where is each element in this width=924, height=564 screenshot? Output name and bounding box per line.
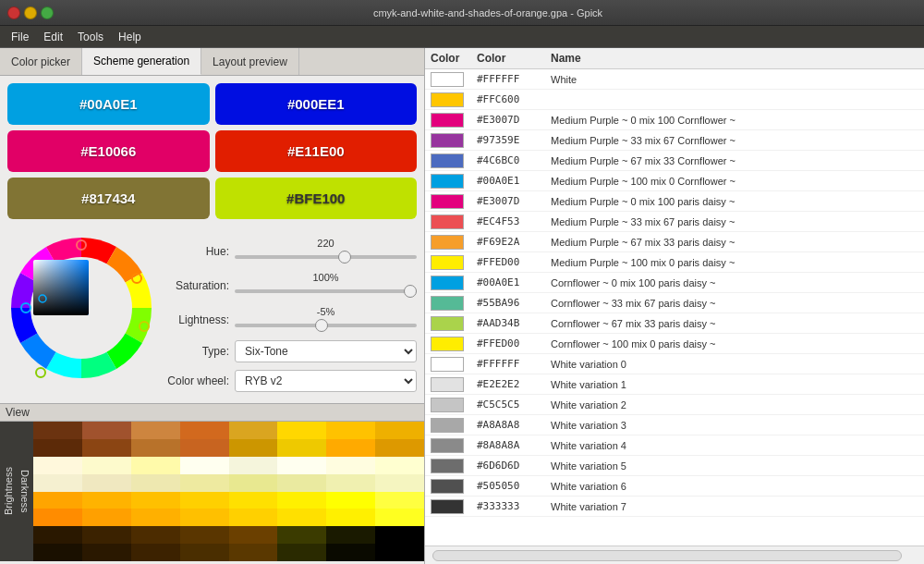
cell-hex: #A8A8A8 [477, 419, 551, 431]
color-controls: Hue: 220 Saturation: 100% Lightn [0, 227, 424, 403]
view-cell [131, 474, 180, 492]
horizontal-scrollbar[interactable] [432, 550, 902, 561]
view-cell [326, 422, 375, 439]
table-row[interactable]: #E3007D Medium Purple ~ 0 mix 100 Cornfl… [425, 110, 924, 130]
cell-hex: #FFFFFF [477, 73, 551, 85]
table-row[interactable]: #00A0E1 Cornflower ~ 0 mix 100 paris dai… [425, 273, 924, 293]
table-row[interactable]: #4C6BC0 Medium Purple ~ 67 mix 33 Cornfl… [425, 151, 924, 171]
tab-color-picker[interactable]: Color picker [0, 48, 82, 75]
maximize-button[interactable] [41, 6, 54, 19]
view-cell [277, 439, 326, 457]
cell-hex: #E3007D [477, 195, 551, 207]
cell-hex: #AAD34B [477, 317, 551, 329]
view-label: View [0, 404, 424, 422]
hue-slider[interactable] [235, 250, 417, 264]
table-row[interactable]: #8A8A8A White variation 4 [425, 435, 924, 456]
color-wheel-select[interactable]: RYB v2 RGB RYB [235, 370, 417, 392]
cell-name: White variation 3 [551, 420, 918, 431]
table-row[interactable]: #EC4F53 Medium Purple ~ 33 mix 67 paris … [425, 212, 924, 232]
menu-edit[interactable]: Edit [36, 29, 70, 45]
cell-hex: #FFED00 [477, 337, 551, 349]
color-swatch-small [431, 357, 464, 372]
cell-hex: #FFC600 [477, 93, 551, 105]
type-label: Type: [164, 345, 229, 358]
table-row[interactable]: #FFED00 Cornflower ~ 100 mix 0 paris dai… [425, 334, 924, 354]
color-swatch-small [431, 235, 464, 250]
swatch-5[interactable]: #817434 [7, 178, 210, 219]
view-cell [326, 509, 375, 526]
cell-color [431, 398, 477, 412]
table-row[interactable]: #AAD34B Cornflower ~ 67 mix 33 paris dai… [425, 313, 924, 334]
cell-color [431, 357, 477, 372]
table-row[interactable]: #FFC600 [425, 90, 924, 110]
cell-color [431, 479, 477, 494]
table-row[interactable]: #C5C5C5 White variation 2 [425, 395, 924, 415]
view-cell [277, 457, 326, 474]
table-row[interactable]: #FFFFFF White variation 0 [425, 354, 924, 374]
view-cell [33, 474, 82, 492]
cell-color [431, 113, 477, 128]
table-row[interactable]: #FFFFFF White [425, 69, 924, 90]
view-cell [82, 474, 131, 492]
tab-layout-preview[interactable]: Layout preview [201, 48, 299, 75]
saturation-slider[interactable] [235, 284, 417, 299]
cell-color [431, 459, 477, 473]
cell-hex: #F69E2A [477, 236, 551, 248]
cell-name: Medium Purple ~ 33 mix 67 paris daisy ~ [551, 216, 918, 227]
menu-file[interactable]: File [4, 29, 36, 45]
view-cell [229, 544, 278, 561]
table-row[interactable]: #E2E2E2 White variation 1 [425, 374, 924, 395]
view-cell [180, 544, 229, 561]
hue-row: Hue: 220 [164, 238, 417, 264]
swatch-4[interactable]: #E11E00 [215, 130, 418, 172]
menu-tools[interactable]: Tools [70, 29, 111, 45]
cell-name: White variation 6 [551, 481, 918, 492]
settings-icon[interactable]: ⚙ [906, 548, 920, 563]
view-cell [33, 492, 82, 509]
lightness-slider[interactable] [235, 318, 417, 333]
table-row[interactable]: #97359E Medium Purple ~ 33 mix 67 Cornfl… [425, 130, 924, 151]
table-row[interactable]: #FFED00 Medium Purple ~ 100 mix 0 paris … [425, 252, 924, 273]
color-swatch-small [431, 255, 464, 270]
cell-hex: #97359E [477, 134, 551, 146]
view-cell [326, 492, 375, 509]
view-cell [375, 492, 424, 509]
right-panel: Color Color Name #FFFFFF White #FFC600 #… [425, 48, 924, 564]
brightness-label: Brightness [0, 422, 17, 561]
window-controls[interactable] [7, 6, 54, 19]
cell-color [431, 92, 477, 107]
cell-color [431, 255, 477, 270]
swatch-2[interactable]: #000EE1 [215, 83, 418, 125]
lightness-row: Lightness: -5% [164, 306, 417, 333]
tab-scheme-generation[interactable]: Scheme generation [82, 48, 201, 75]
cell-name: White variation 0 [551, 359, 918, 370]
view-cell [33, 439, 82, 457]
view-cell [375, 526, 424, 544]
swatch-6[interactable]: #BFE100 [215, 178, 418, 219]
table-row[interactable]: #00A0E1 Medium Purple ~ 100 mix 0 Cornfl… [425, 171, 924, 191]
menu-help[interactable]: Help [111, 29, 149, 45]
view-panel: View Brightness Darkness [0, 403, 424, 564]
view-cell [33, 544, 82, 561]
swatch-3[interactable]: #E10066 [7, 130, 210, 172]
cell-name: White variation 1 [551, 379, 918, 390]
table-row[interactable]: #505050 White variation 6 [425, 476, 924, 497]
color-swatch-small [431, 337, 464, 351]
swatch-1[interactable]: #00A0E1 [7, 83, 210, 125]
table-row[interactable]: #F69E2A Medium Purple ~ 67 mix 33 paris … [425, 232, 924, 252]
table-row[interactable]: #333333 White variation 7 [425, 497, 924, 517]
table-row[interactable]: #E3007D Medium Purple ~ 0 mix 100 paris … [425, 191, 924, 212]
tab-bar: Color picker Scheme generation Layout pr… [0, 48, 424, 76]
cell-color [431, 296, 477, 311]
table-row[interactable]: #55BA96 Cornflower ~ 33 mix 67 paris dai… [425, 293, 924, 313]
view-cell [131, 439, 180, 457]
close-button[interactable] [7, 6, 20, 19]
color-wheel[interactable] [7, 234, 155, 382]
table-row[interactable]: #6D6D6D White variation 5 [425, 456, 924, 476]
cell-hex: #4C6BC0 [477, 154, 551, 166]
color-wheel-label: Color wheel: [164, 374, 229, 387]
cell-hex: #FFFFFF [477, 358, 551, 370]
table-row[interactable]: #A8A8A8 White variation 3 [425, 415, 924, 435]
type-select[interactable]: Six-Tone Complementary Analogous Triadic [235, 340, 417, 362]
minimize-button[interactable] [24, 6, 37, 19]
